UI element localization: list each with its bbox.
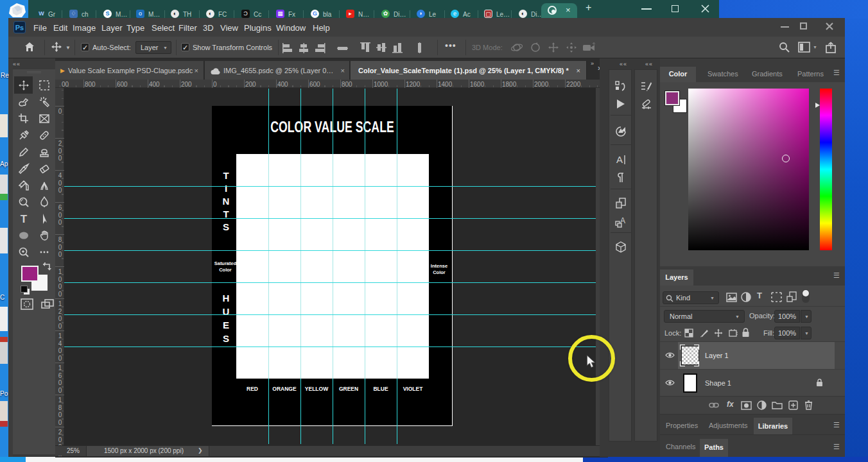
svg-text:T: T [21, 213, 28, 225]
svg-text:A: A [616, 154, 623, 165]
